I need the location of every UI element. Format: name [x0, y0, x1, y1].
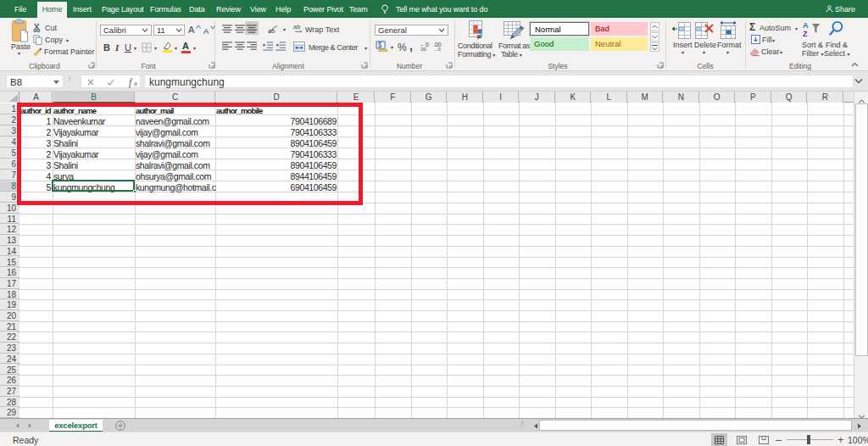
svg-text:ab: ab — [268, 27, 275, 34]
svg-text:Z: Z — [803, 30, 808, 38]
svg-text:A: A — [803, 21, 809, 30]
svg-text:ab: ab — [293, 24, 300, 31]
svg-text:→0: →0 — [433, 47, 441, 51]
svg-text:.00: .00 — [420, 47, 426, 51]
svg-text:≠: ≠ — [476, 31, 481, 41]
svg-text:$: $ — [378, 41, 382, 49]
